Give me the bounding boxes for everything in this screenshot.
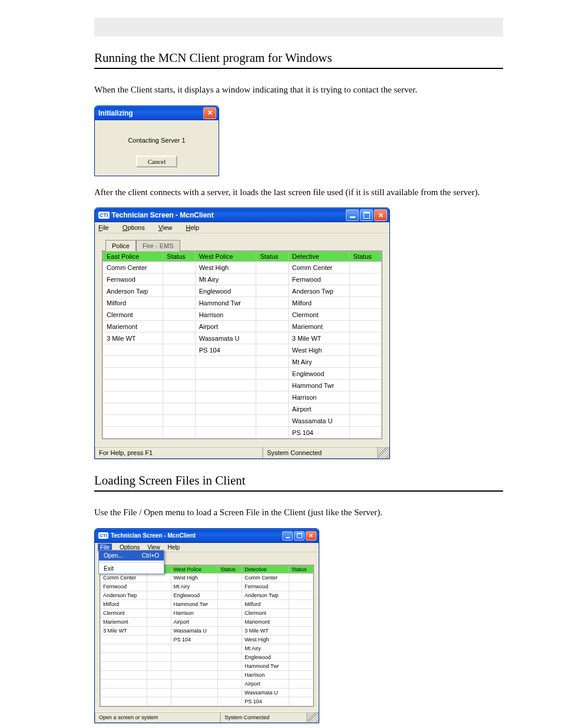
- table-row: PS 104West High: [103, 344, 382, 356]
- maximize-icon[interactable]: [294, 531, 305, 541]
- menu-item-exit[interactable]: Exit: [99, 564, 164, 574]
- col-header: Status: [218, 565, 242, 573]
- dialog-message: Contacting Server 1: [101, 137, 213, 144]
- menubar: File Options View Help: [95, 222, 389, 233]
- table-row: Comm CenterWest HighComm Center: [103, 262, 382, 274]
- statusbar: For Help, press F1 System Connected: [95, 446, 389, 459]
- tab-police[interactable]: Police: [105, 240, 136, 251]
- window-title: Technician Screen - McnClient: [112, 211, 214, 219]
- menu-item-open[interactable]: Open... Ctrl+O: [99, 551, 164, 561]
- table-row: Comm CenterWest HighComm Center: [101, 573, 313, 582]
- col-header: West Police: [171, 565, 218, 573]
- section-rule-1: [94, 68, 503, 69]
- site-table: East PoliceStatusWest PoliceStatusDetect…: [100, 565, 313, 706]
- table-row: Harrison: [101, 670, 313, 679]
- table-row: MariemontAirportMariemont: [103, 321, 382, 332]
- section-title-2: Loading Screen Files in Client: [94, 473, 562, 488]
- table-row: Hammond Twr: [103, 380, 382, 391]
- table-row: ClermontHarrisonClermont: [103, 309, 382, 321]
- dialog-title: Initializing: [98, 109, 133, 117]
- table-row: MilfordHammond TwrMilford: [101, 599, 313, 608]
- table-row: FernwoodMt AiryFernwood: [101, 582, 313, 591]
- col-header: Status: [256, 252, 288, 262]
- status-help: For Help, press F1: [95, 447, 263, 459]
- table-row: Mt Airy: [101, 644, 313, 653]
- col-header: East Police: [103, 252, 163, 262]
- table-row: FernwoodMt AiryFernwood: [103, 274, 382, 285]
- col-header: Status: [289, 565, 313, 573]
- cti-logo-icon: CTI: [98, 532, 108, 539]
- table-row: 3 Mile WTWassamata U3 Mile WT: [101, 626, 313, 635]
- menu-options[interactable]: Options: [123, 224, 151, 231]
- table-row: Anderson TwpEnglewoodAnderson Twp: [101, 591, 313, 599]
- titlebar: CTI Technician Screen - McnClient ✕: [95, 208, 389, 222]
- technician-window: CTI Technician Screen - McnClient ✕ File…: [94, 207, 390, 459]
- menu-help[interactable]: Help: [167, 544, 180, 551]
- tab-body: East PoliceStatusWest PoliceStatusDetect…: [102, 251, 382, 439]
- resize-grip-icon[interactable]: [378, 447, 389, 459]
- table-row: ClermontHarrisonClermont: [101, 608, 313, 617]
- section-title-1: Running the MCN Client program for Windo…: [94, 51, 562, 65]
- col-header: Detective: [288, 252, 349, 262]
- close-icon[interactable]: ✕: [306, 531, 316, 541]
- table-row: Airport: [103, 403, 382, 415]
- table-row: Wassamata U: [103, 415, 382, 427]
- after-dialog-paragraph: After the client connects with a server,…: [94, 187, 503, 199]
- minimize-icon[interactable]: [282, 531, 293, 541]
- site-table: East PoliceStatusWest PoliceStatusDetect…: [103, 251, 382, 439]
- status-help: Open a screen or system: [95, 712, 220, 723]
- intro-paragraph: When the Client starts, it displays a wi…: [94, 84, 503, 96]
- cancel-button[interactable]: Cancel: [136, 156, 178, 167]
- titlebar: CTI Technician Screen - McnClient ✕: [95, 529, 319, 543]
- table-row: MilfordHammond TwrMilford: [103, 297, 382, 309]
- table-row: Englewood: [103, 368, 382, 380]
- table-row: PS 104: [101, 697, 313, 706]
- menu-help[interactable]: Help: [186, 224, 206, 231]
- close-icon[interactable]: ✕: [203, 107, 216, 119]
- menu-file[interactable]: File: [98, 224, 115, 231]
- window-title: Technician Screen - McnClient: [111, 532, 196, 539]
- table-row: Wassamata U: [101, 688, 313, 697]
- col-header: Status: [163, 252, 195, 262]
- table-row: 3 Mile WTWassamata U3 Mile WT: [103, 332, 382, 344]
- resize-grip-icon[interactable]: [307, 712, 319, 723]
- table-row: PS 104West High: [101, 635, 313, 644]
- table-row: Mt Airy: [103, 356, 382, 368]
- table-row: Harrison: [103, 391, 382, 403]
- table-row: MariemontAirportMariemont: [101, 617, 313, 626]
- maximize-icon[interactable]: [360, 209, 373, 221]
- cti-logo-icon: CTI: [98, 212, 110, 219]
- tab-row: PoliceFire - EMS: [95, 233, 389, 251]
- col-header: Status: [349, 252, 381, 262]
- section2-paragraph: Use the File / Open menu to load a Scree…: [94, 507, 503, 519]
- col-header: West Police: [195, 252, 256, 262]
- tab-fire-ems[interactable]: Fire - EMS: [136, 240, 180, 251]
- table-row: Airport: [101, 679, 313, 688]
- col-header: Detective: [242, 565, 289, 573]
- initializing-dialog: Initializing ✕ Contacting Server 1 Cance…: [94, 106, 219, 176]
- header-grey-bar: [94, 18, 503, 37]
- table-row: Englewood: [101, 653, 313, 661]
- table-row: Anderson TwpEnglewoodAnderson Twp: [103, 285, 382, 297]
- statusbar: Open a screen or system System Connected: [95, 711, 319, 723]
- table-row: PS 104: [103, 427, 382, 439]
- table-row: Hammond Twr: [101, 661, 313, 670]
- status-connection: System Connected: [220, 712, 307, 723]
- technician-window-menu-open: CTI Technician Screen - McnClient ✕ File…: [94, 528, 319, 723]
- status-connection: System Connected: [263, 447, 378, 459]
- tab-body: East PoliceStatusWest PoliceStatusDetect…: [100, 565, 314, 707]
- close-icon[interactable]: ✕: [374, 209, 387, 221]
- dialog-titlebar: Initializing ✕: [95, 106, 219, 120]
- minimize-icon[interactable]: [346, 209, 359, 221]
- menu-view[interactable]: View: [158, 224, 178, 231]
- section-rule-2: [94, 490, 503, 492]
- file-dropdown: Open... Ctrl+O Exit: [98, 550, 164, 574]
